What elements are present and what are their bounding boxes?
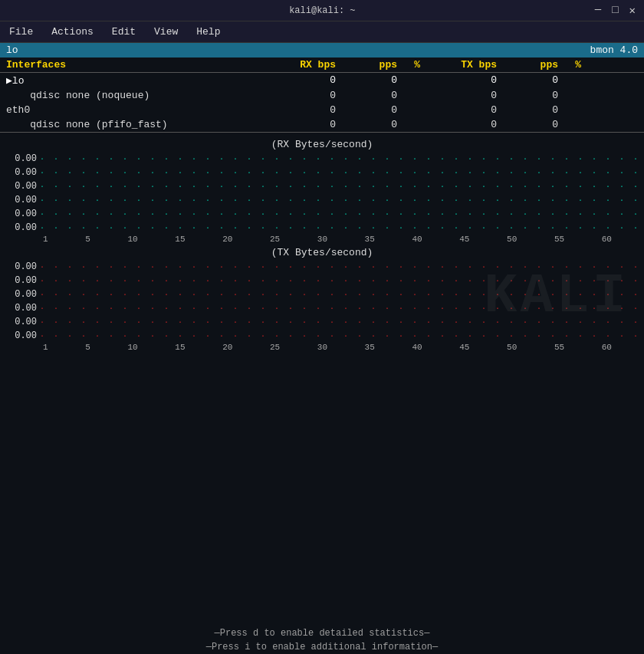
menubar: File Actions Edit View Help [0, 21, 644, 43]
iface-tx-pps: 0 [497, 119, 558, 130]
iface-rx-bps: 0 [259, 104, 336, 116]
tx-chart-rows: 0.00· · · · · · · · · · · · · · · · · · … [6, 260, 638, 343]
window-title: kali@kali: ~ [52, 5, 593, 16]
rx-chart-row: 0.00· · · · · · · · · · · · · · · · · · … [6, 193, 638, 207]
tx-chart: (TX Bytes/second) 0.00· · · · · · · · · … [6, 247, 638, 352]
tx-row-dots: · · · · · · · · · · · · · · · · · · · · … [40, 332, 638, 340]
tx-row-label: 0.00 [6, 289, 37, 300]
rx-chart-row: 0.00· · · · · · · · · · · · · · · · · · … [6, 207, 638, 221]
table-header: Interfaces RX bps pps % TX bps pps % [0, 58, 644, 73]
iface-rx-pct [397, 104, 420, 116]
iface-tx-bps: 0 [420, 119, 497, 130]
table-row: qdisc none (noqueue) 0 0 0 0 [0, 88, 644, 103]
rx-chart: (RX Bytes/second) 0.00· · · · · · · · · … [6, 139, 638, 244]
charts-area: (RX Bytes/second) 0.00· · · · · · · · · … [0, 133, 644, 355]
rx-row-label: 0.00 [6, 222, 37, 233]
rx-row-dots: · · · · · · · · · · · · · · · · · · · · … [40, 155, 638, 163]
tx-row-label: 0.00 [6, 303, 37, 314]
tx-row-label: 0.00 [6, 330, 37, 341]
tx-chart-title: (TX Bytes/second) [6, 247, 638, 258]
tx-row-dots: · · · · · · · · · · · · · · · · · · · · … [40, 304, 638, 313]
iface-tx-pps: 0 [497, 90, 558, 101]
iface-rx-bps: 0 [259, 74, 336, 87]
minimize-button[interactable]: ─ [593, 4, 603, 17]
iface-name: eth0 [6, 104, 259, 116]
header-tx-pps: pps [497, 59, 558, 71]
rx-chart-row: 0.00· · · · · · · · · · · · · · · · · · … [6, 221, 638, 235]
menu-actions[interactable]: Actions [48, 25, 97, 39]
iface-tx-pct [558, 74, 581, 87]
table-row: eth0 0 0 0 0 [0, 103, 644, 117]
rx-row-label: 0.00 [6, 209, 37, 219]
tx-chart-row: 0.00· · · · · · · · · · · · · · · · · · … [6, 288, 638, 301]
rx-row-label: 0.00 [6, 167, 37, 178]
header-rx-pct: % [397, 59, 420, 71]
header-tx-pct: % [558, 59, 581, 71]
tx-row-dots: · · · · · · · · · · · · · · · · · · · · … [40, 263, 638, 271]
rx-row-dots: · · · · · · · · · · · · · · · · · · · · … [40, 169, 638, 177]
rx-row-dots: · · · · · · · · · · · · · · · · · · · · … [40, 210, 638, 219]
iface-rx-pps: 0 [336, 74, 397, 87]
tx-xaxis: 151015202530354045505560 [40, 343, 615, 352]
statusbar: Press d to enable detailed statistics Pr… [0, 626, 644, 654]
tx-row-label: 0.00 [6, 317, 37, 327]
menu-edit[interactable]: Edit [109, 25, 139, 39]
header-tx-bps: TX bps [420, 59, 497, 71]
tx-chart-row: 0.00· · · · · · · · · · · · · · · · · · … [6, 301, 638, 315]
rx-row-label: 0.00 [6, 181, 37, 192]
tx-row-dots: · · · · · · · · · · · · · · · · · · · · … [40, 277, 638, 285]
header-rx-bps: RX bps [259, 59, 336, 71]
iface-tx-pps: 0 [497, 104, 558, 116]
iface-tx-bps: 0 [420, 90, 497, 101]
iface-tx-bps: 0 [420, 104, 497, 116]
iface-rx-pps: 0 [336, 119, 397, 130]
menu-file[interactable]: File [6, 25, 36, 39]
tx-row-label: 0.00 [6, 275, 37, 286]
iface-rx-pct [397, 90, 420, 101]
iface-rx-pps: 0 [336, 90, 397, 101]
tx-row-dots: · · · · · · · · · · · · · · · · · · · · … [40, 318, 638, 327]
tx-chart-row: 0.00· · · · · · · · · · · · · · · · · · … [6, 329, 638, 343]
table-row: ▶lo 0 0 0 0 [0, 73, 644, 88]
maximize-button[interactable]: □ [610, 4, 620, 17]
iface-rx-pps: 0 [336, 104, 397, 116]
lo-bar: lo bmon 4.0 [0, 43, 644, 58]
iface-name: ▶lo [6, 74, 259, 87]
iface-tx-pps: 0 [497, 74, 558, 87]
tx-chart-row: 0.00· · · · · · · · · · · · · · · · · · … [6, 274, 638, 288]
iface-name: qdisc none (noqueue) [6, 90, 259, 101]
tx-chart-row: 0.00· · · · · · · · · · · · · · · · · · … [6, 260, 638, 274]
rx-row-label: 0.00 [6, 153, 37, 164]
terminal: lo bmon 4.0 Interfaces RX bps pps % TX b… [0, 43, 644, 355]
window-controls: ─ □ ✕ [593, 4, 638, 17]
rx-chart-row: 0.00· · · · · · · · · · · · · · · · · · … [6, 179, 638, 193]
iface-tx-bps: 0 [420, 74, 497, 87]
status-line-2: Press i to enable additional information [0, 640, 644, 654]
iface-name: qdisc none (pfifo_fast) [6, 119, 259, 130]
iface-tx-pct [558, 119, 581, 130]
tx-chart-row: 0.00· · · · · · · · · · · · · · · · · · … [6, 315, 638, 329]
interfaces-table: Interfaces RX bps pps % TX bps pps % ▶lo… [0, 58, 644, 133]
rx-chart-row: 0.00· · · · · · · · · · · · · · · · · · … [6, 152, 638, 166]
titlebar: kali@kali: ~ ─ □ ✕ [0, 0, 644, 21]
rx-chart-row: 0.00· · · · · · · · · · · · · · · · · · … [6, 166, 638, 179]
iface-rx-pct [397, 119, 420, 130]
rx-chart-title: (RX Bytes/second) [6, 139, 638, 150]
table-row: qdisc none (pfifo_fast) 0 0 0 0 [0, 117, 644, 132]
menu-view[interactable]: View [151, 25, 181, 39]
tx-row-label: 0.00 [6, 261, 37, 272]
status-line-1: Press d to enable detailed statistics [0, 626, 644, 640]
tx-row-dots: · · · · · · · · · · · · · · · · · · · · … [40, 291, 638, 299]
bmon-version: bmon 4.0 [590, 44, 638, 56]
rx-row-dots: · · · · · · · · · · · · · · · · · · · · … [40, 224, 638, 232]
iface-rx-bps: 0 [259, 119, 336, 130]
iface-tx-pct [558, 104, 581, 116]
menu-help[interactable]: Help [193, 25, 223, 39]
iface-tx-pct [558, 90, 581, 101]
rx-row-dots: · · · · · · · · · · · · · · · · · · · · … [40, 182, 638, 191]
rx-row-dots: · · · · · · · · · · · · · · · · · · · · … [40, 196, 638, 205]
lo-label: lo [6, 44, 18, 56]
iface-rx-bps: 0 [259, 90, 336, 101]
rx-chart-rows: 0.00· · · · · · · · · · · · · · · · · · … [6, 152, 638, 235]
close-button[interactable]: ✕ [627, 4, 638, 17]
